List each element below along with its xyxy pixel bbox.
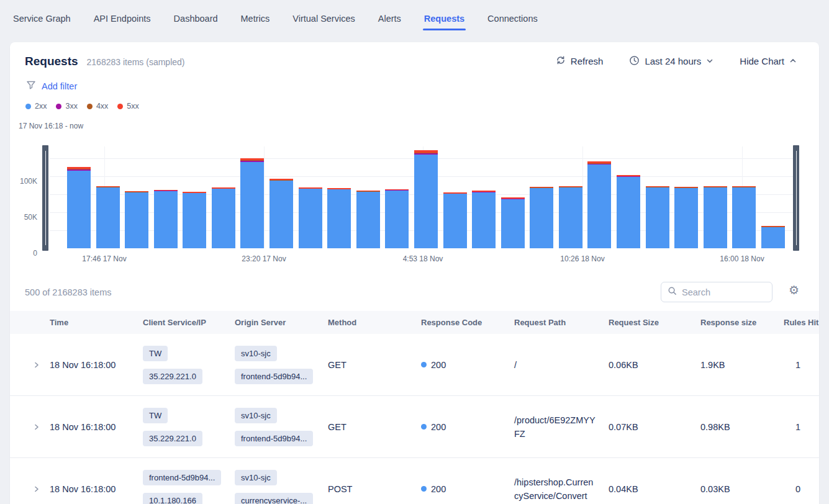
cell-origin-server: sv10-sjcfrontend-5d9b94... [235, 346, 328, 384]
hide-chart-button[interactable]: Hide Chart [740, 56, 797, 66]
bar-group[interactable] [414, 150, 438, 248]
row-expand-chevron-icon[interactable] [24, 423, 50, 431]
chart-brush-handle-left[interactable] [42, 145, 48, 251]
cell-response-code: 200 [421, 484, 514, 494]
bar-segment-2xx [674, 188, 698, 248]
chart-range-label: 17 Nov 16:18 - now [19, 122, 83, 130]
bar-group[interactable] [183, 192, 206, 248]
y-axis-tick: 100K [16, 177, 37, 186]
bar-group[interactable] [67, 167, 91, 248]
bar-group[interactable] [327, 188, 351, 248]
add-filter-button[interactable]: Add filter [42, 81, 77, 91]
tab-connections[interactable]: Connections [487, 14, 538, 24]
cell-response-code: 200 [421, 422, 514, 432]
bar-group[interactable] [559, 186, 582, 248]
cell-response-size: 1.9KB [700, 360, 784, 370]
legend-item-4xx[interactable]: 4xx [87, 102, 108, 110]
tab-virtual-services[interactable]: Virtual Services [292, 14, 355, 24]
bar-group[interactable] [761, 226, 785, 248]
legend-dot-3xx [56, 104, 61, 109]
bar-group[interactable] [617, 175, 640, 248]
response-code-value: 200 [431, 422, 446, 432]
tab-api-endpoints[interactable]: API Endpoints [94, 14, 151, 24]
row-expand-chevron-icon[interactable] [24, 361, 50, 369]
column-header-request-path[interactable]: Request Path [514, 318, 609, 327]
client-chip[interactable]: TW [143, 346, 168, 361]
bar-group[interactable] [732, 186, 756, 248]
tab-requests[interactable]: Requests [424, 14, 464, 24]
bar-group[interactable] [646, 186, 669, 248]
legend-dot-2xx [25, 104, 31, 109]
time-range-selector[interactable]: Last 24 hours [629, 55, 713, 68]
table-row[interactable]: 18 Nov 16:18:00TW35.229.221.0sv10-sjcfro… [10, 334, 819, 396]
row-expand-chevron-icon[interactable] [24, 485, 50, 493]
column-header-rules-hit[interactable]: Rules Hit [784, 318, 819, 327]
bar-group[interactable] [587, 161, 611, 248]
bar-group[interactable] [501, 197, 525, 248]
legend-item-3xx[interactable]: 3xx [56, 102, 77, 110]
bar-group[interactable] [212, 187, 235, 248]
bar-group[interactable] [674, 187, 698, 248]
search-input[interactable] [682, 287, 766, 297]
column-header-client-service-ip[interactable]: Client Service/IP [143, 318, 235, 327]
legend-dot-5xx [117, 104, 123, 109]
client-chip[interactable]: TW [143, 408, 168, 423]
origin-chip[interactable]: frontend-5d9b94... [235, 431, 313, 446]
y-axis-tick: 50K [16, 213, 37, 222]
bar-group[interactable] [240, 158, 264, 248]
chart-brush-handle-right[interactable] [793, 145, 799, 251]
tab-metrics[interactable]: Metrics [241, 14, 270, 24]
legend-label: 2xx [35, 102, 47, 110]
client-chip[interactable]: 35.229.221.0 [143, 431, 202, 446]
clock-icon [629, 55, 640, 68]
tab-dashboard[interactable]: Dashboard [174, 14, 218, 24]
origin-chip[interactable]: sv10-sjc [235, 470, 277, 485]
bar-group[interactable] [472, 191, 496, 248]
origin-chip[interactable]: sv10-sjc [235, 408, 277, 423]
column-header-response-code[interactable]: Response Code [421, 318, 514, 327]
cell-origin-server: sv10-sjccurrencyservice-... [235, 470, 328, 504]
response-code-value: 200 [431, 484, 446, 494]
client-chip[interactable]: frontend-5d9b94... [143, 470, 221, 485]
bar-group[interactable] [96, 186, 120, 248]
table-header-row: TimeClient Service/IPOrigin ServerMethod… [10, 311, 819, 334]
bar-group[interactable] [443, 192, 467, 248]
origin-chip[interactable]: currencyservice-... [235, 493, 313, 504]
legend-item-5xx[interactable]: 5xx [117, 102, 138, 110]
table-row[interactable]: 18 Nov 16:18:00frontend-5d9b94...10.1.18… [10, 458, 819, 504]
column-header-method[interactable]: Method [328, 318, 421, 327]
chevron-down-icon [706, 56, 713, 66]
bar-group[interactable] [385, 189, 409, 248]
table-row[interactable]: 18 Nov 16:18:00TW35.229.221.0sv10-sjcfro… [10, 396, 819, 458]
tab-service-graph[interactable]: Service Graph [13, 14, 71, 24]
response-code-status-dot [421, 424, 427, 430]
tab-alerts[interactable]: Alerts [378, 14, 401, 24]
column-header-origin-server[interactable]: Origin Server [235, 318, 328, 327]
requests-chart: 17:46 17 Nov23:20 17 Nov4:53 18 Nov10:26… [10, 142, 819, 266]
bar-group[interactable] [356, 191, 380, 248]
column-header-time[interactable]: Time [50, 318, 143, 327]
bar-group[interactable] [270, 179, 293, 248]
column-header-request-size[interactable]: Request Size [609, 318, 700, 327]
bar-group[interactable] [530, 187, 553, 248]
cell-method: GET [328, 422, 421, 432]
bar-group[interactable] [154, 190, 178, 248]
client-chip[interactable]: 10.1.180.166 [143, 493, 202, 504]
bar-group[interactable] [299, 187, 322, 248]
origin-chip[interactable]: sv10-sjc [235, 346, 277, 361]
origin-chip[interactable]: frontend-5d9b94... [235, 369, 313, 384]
bar-segment-2xx [212, 189, 235, 248]
legend-item-2xx[interactable]: 2xx [25, 102, 47, 110]
column-header-response-size[interactable]: Response size [700, 318, 784, 327]
bar-group[interactable] [125, 191, 148, 248]
bar-segment-2xx [299, 189, 322, 248]
requests-panel: Requests 2168283 items (sampled) Refresh… [10, 42, 819, 504]
table-settings-gear-icon[interactable]: ⚙ [789, 284, 799, 296]
bar-segment-2xx [270, 181, 293, 248]
client-chip[interactable]: 35.229.221.0 [143, 369, 202, 384]
table-search [661, 282, 772, 302]
refresh-button[interactable]: Refresh [556, 55, 604, 67]
cell-rules-hit: 1 [784, 360, 819, 370]
bar-segment-2xx [125, 192, 148, 248]
bar-group[interactable] [704, 186, 727, 248]
